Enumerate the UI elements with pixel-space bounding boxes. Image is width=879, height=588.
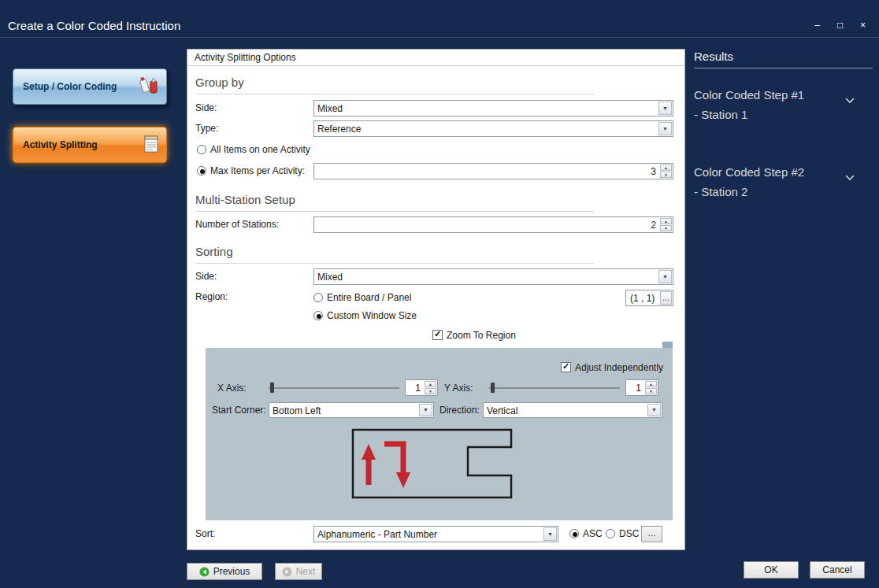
chevron-down-icon xyxy=(844,97,855,104)
sorting-side-label: Side: xyxy=(195,271,217,282)
maximize-button[interactable]: □ xyxy=(835,20,845,31)
chevron-down-icon[interactable] xyxy=(658,122,672,135)
y-axis-input[interactable]: 1 xyxy=(625,379,658,396)
previous-button[interactable]: Previous xyxy=(187,563,262,580)
sidebar-item-setup-color-coding[interactable]: Setup / Color Coding xyxy=(13,68,167,105)
next-button-label: Next xyxy=(296,566,316,577)
multi-station-heading: Multi-Station Setup xyxy=(195,193,295,206)
title-bar: Create a Color Coded Instruction – □ × xyxy=(0,0,879,38)
max-items-value: 3 xyxy=(651,166,656,177)
chevron-down-icon[interactable] xyxy=(543,527,557,541)
spinner-down-button[interactable] xyxy=(645,388,657,394)
max-items-radio-label: Max Items per Activity: xyxy=(210,165,305,176)
max-items-input[interactable]: 3 xyxy=(313,163,673,179)
slider-track xyxy=(489,387,620,389)
y-axis-value: 1 xyxy=(636,383,641,394)
adjust-independently-label: Adjust Independently xyxy=(575,362,663,373)
zoom-to-region-checkbox[interactable]: Zoom To Region xyxy=(432,329,516,341)
chevron-down-icon[interactable] xyxy=(647,404,661,416)
adjust-independently-checkbox[interactable]: Adjust Independently xyxy=(561,361,663,373)
side-select-value: Mixed xyxy=(314,101,673,114)
board-outline-diagram xyxy=(351,428,513,499)
stations-label: Number of Stations: xyxy=(195,219,279,230)
minimize-button[interactable]: – xyxy=(812,20,822,31)
side-select[interactable]: Mixed xyxy=(313,100,673,116)
x-axis-slider[interactable] xyxy=(267,381,401,394)
window-controls: – □ × xyxy=(812,20,868,31)
result-step-2-subtitle: - Station 2 xyxy=(694,182,873,202)
checkbox-icon xyxy=(561,362,571,372)
spinner-up-button[interactable] xyxy=(645,381,657,387)
slider-thumb[interactable] xyxy=(270,383,274,393)
zoom-to-region-label: Zoom To Region xyxy=(447,330,516,341)
entire-board-radio[interactable]: Entire Board / Panel xyxy=(313,291,411,303)
sidebar-item-activity-splitting[interactable]: Activity Splitting xyxy=(13,127,167,163)
radio-icon xyxy=(569,529,579,538)
asc-radio[interactable]: ASC xyxy=(569,527,603,539)
chevron-down-icon[interactable] xyxy=(658,102,672,115)
spinner-down-button[interactable] xyxy=(425,388,436,394)
close-button[interactable]: × xyxy=(858,20,868,31)
radio-icon xyxy=(606,529,615,538)
type-select[interactable]: Reference xyxy=(313,120,673,137)
spinner-up-button[interactable] xyxy=(425,381,436,387)
entire-board-radio-label: Entire Board / Panel xyxy=(327,292,411,303)
result-step-2[interactable]: Color Coded Step #2 - Station 2 xyxy=(694,162,873,202)
dialog-window: Create a Color Coded Instruction – □ × S… xyxy=(0,0,879,588)
section-divider xyxy=(195,94,594,94)
custom-window-radio-label: Custom Window Size xyxy=(327,310,417,321)
result-step-1-subtitle: - Station 1 xyxy=(694,105,873,124)
sidebar-item-activity-label: Activity Splitting xyxy=(23,139,98,150)
direction-select[interactable]: Vertical xyxy=(483,402,662,418)
spinner-up-button[interactable] xyxy=(660,165,672,171)
custom-window-radio[interactable]: Custom Window Size xyxy=(313,309,417,321)
direction-value: Vertical xyxy=(484,403,662,416)
x-axis-value: 1 xyxy=(415,383,421,394)
spinner-down-button[interactable] xyxy=(660,225,672,231)
stations-input[interactable]: 2 xyxy=(313,216,673,233)
turn-down-arrow-icon xyxy=(384,444,403,474)
slider-thumb[interactable] xyxy=(491,383,495,393)
paint-bottles-icon xyxy=(136,75,160,98)
spinner-up-button[interactable] xyxy=(660,218,672,224)
x-axis-label: X Axis: xyxy=(217,383,247,394)
chevron-down-icon[interactable] xyxy=(658,270,672,283)
all-items-radio[interactable]: All Items on one Activity xyxy=(197,143,310,155)
results-heading: Results xyxy=(694,50,733,63)
y-axis-slider[interactable] xyxy=(488,381,621,394)
sort-label: Sort: xyxy=(195,528,215,539)
window-title: Create a Color Coded Instruction xyxy=(8,19,180,32)
cancel-button[interactable]: Cancel xyxy=(810,561,865,579)
sort-select[interactable]: Alphanumeric - Part Number xyxy=(313,526,558,542)
max-items-radio[interactable]: Max Items per Activity: xyxy=(197,165,305,176)
activity-splitting-options-panel: Activity Splitting Options Group by Side… xyxy=(187,49,685,550)
checkbox-icon xyxy=(432,330,443,340)
group-by-heading: Group by xyxy=(195,76,244,89)
section-divider xyxy=(195,263,594,264)
dsc-radio[interactable]: DSC xyxy=(606,527,639,539)
asc-radio-label: ASC xyxy=(583,528,603,539)
slider-track xyxy=(269,387,399,389)
custom-window-region-panel: Adjust Independently X Axis: 1 Y Axis: 1… xyxy=(206,348,673,520)
previous-button-label: Previous xyxy=(213,566,250,577)
sort-ellipsis-button[interactable]: … xyxy=(641,526,662,542)
region-coords-field[interactable]: (1 , 1) … xyxy=(625,290,673,306)
region-coords-ellipsis-button[interactable]: … xyxy=(660,291,672,305)
chevron-down-icon[interactable] xyxy=(419,404,432,416)
result-step-1[interactable]: Color Coded Step #1 - Station 1 xyxy=(694,85,873,124)
start-corner-select[interactable]: Bottom Left xyxy=(269,402,434,418)
section-divider xyxy=(195,211,594,212)
cancel-button-label: Cancel xyxy=(822,564,851,575)
radio-icon xyxy=(197,145,206,154)
scrollbar-fragment[interactable] xyxy=(662,342,673,348)
start-corner-label: Start Corner: xyxy=(212,405,266,416)
chevron-down-icon xyxy=(844,174,855,181)
ok-button[interactable]: OK xyxy=(744,561,799,579)
spinner-down-button[interactable] xyxy=(660,172,672,178)
type-select-value: Reference xyxy=(314,121,673,135)
next-button[interactable]: Next xyxy=(275,563,322,580)
dsc-radio-label: DSC xyxy=(619,528,639,539)
y-axis-label: Y Axis: xyxy=(444,383,473,394)
x-axis-input[interactable]: 1 xyxy=(405,379,438,396)
sorting-side-select[interactable]: Mixed xyxy=(313,268,673,285)
